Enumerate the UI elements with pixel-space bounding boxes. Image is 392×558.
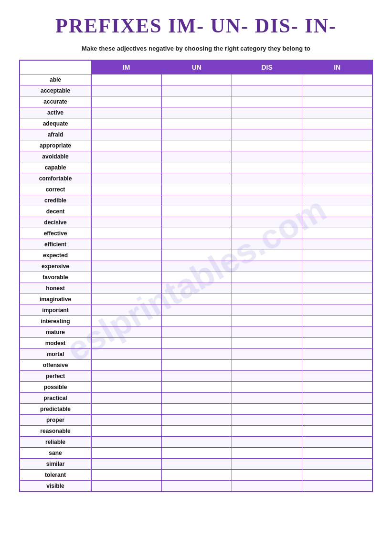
prefix-cell[interactable] bbox=[302, 140, 372, 151]
prefix-cell[interactable] bbox=[161, 140, 232, 151]
prefix-cell[interactable] bbox=[302, 360, 372, 371]
prefix-cell[interactable] bbox=[161, 107, 232, 118]
prefix-cell[interactable] bbox=[161, 206, 232, 217]
prefix-cell[interactable] bbox=[161, 272, 232, 283]
prefix-cell[interactable] bbox=[91, 360, 161, 371]
prefix-cell[interactable] bbox=[91, 217, 161, 228]
prefix-cell[interactable] bbox=[161, 448, 232, 459]
prefix-cell[interactable] bbox=[232, 272, 302, 283]
prefix-cell[interactable] bbox=[302, 217, 372, 228]
prefix-cell[interactable] bbox=[302, 316, 372, 327]
prefix-cell[interactable] bbox=[161, 151, 232, 162]
prefix-cell[interactable] bbox=[232, 349, 302, 360]
prefix-cell[interactable] bbox=[161, 338, 232, 349]
prefix-cell[interactable] bbox=[161, 228, 232, 239]
prefix-cell[interactable] bbox=[232, 371, 302, 382]
prefix-cell[interactable] bbox=[91, 162, 161, 173]
prefix-cell[interactable] bbox=[91, 349, 161, 360]
prefix-cell[interactable] bbox=[232, 426, 302, 437]
prefix-cell[interactable] bbox=[302, 195, 372, 206]
prefix-cell[interactable] bbox=[161, 217, 232, 228]
prefix-cell[interactable] bbox=[232, 437, 302, 448]
prefix-cell[interactable] bbox=[302, 272, 372, 283]
prefix-cell[interactable] bbox=[232, 360, 302, 371]
prefix-cell[interactable] bbox=[161, 283, 232, 294]
prefix-cell[interactable] bbox=[232, 239, 302, 250]
prefix-cell[interactable] bbox=[302, 393, 372, 404]
prefix-cell[interactable] bbox=[232, 228, 302, 239]
prefix-cell[interactable] bbox=[91, 85, 161, 96]
prefix-cell[interactable] bbox=[232, 74, 302, 85]
prefix-cell[interactable] bbox=[302, 228, 372, 239]
prefix-cell[interactable] bbox=[91, 470, 161, 481]
prefix-cell[interactable] bbox=[161, 481, 232, 492]
prefix-cell[interactable] bbox=[161, 195, 232, 206]
prefix-cell[interactable] bbox=[91, 173, 161, 184]
prefix-cell[interactable] bbox=[161, 360, 232, 371]
prefix-cell[interactable] bbox=[161, 470, 232, 481]
prefix-cell[interactable] bbox=[161, 261, 232, 272]
prefix-cell[interactable] bbox=[91, 382, 161, 393]
prefix-cell[interactable] bbox=[161, 382, 232, 393]
prefix-cell[interactable] bbox=[302, 184, 372, 195]
prefix-cell[interactable] bbox=[302, 261, 372, 272]
prefix-cell[interactable] bbox=[91, 294, 161, 305]
prefix-cell[interactable] bbox=[302, 283, 372, 294]
prefix-cell[interactable] bbox=[232, 217, 302, 228]
prefix-cell[interactable] bbox=[302, 349, 372, 360]
prefix-cell[interactable] bbox=[302, 426, 372, 437]
prefix-cell[interactable] bbox=[161, 327, 232, 338]
prefix-cell[interactable] bbox=[302, 250, 372, 261]
prefix-cell[interactable] bbox=[161, 426, 232, 437]
prefix-cell[interactable] bbox=[91, 272, 161, 283]
prefix-cell[interactable] bbox=[232, 305, 302, 316]
prefix-cell[interactable] bbox=[91, 426, 161, 437]
prefix-cell[interactable] bbox=[232, 162, 302, 173]
prefix-cell[interactable] bbox=[232, 250, 302, 261]
prefix-cell[interactable] bbox=[91, 327, 161, 338]
prefix-cell[interactable] bbox=[91, 184, 161, 195]
prefix-cell[interactable] bbox=[161, 184, 232, 195]
prefix-cell[interactable] bbox=[302, 415, 372, 426]
prefix-cell[interactable] bbox=[302, 118, 372, 129]
prefix-cell[interactable] bbox=[302, 151, 372, 162]
prefix-cell[interactable] bbox=[91, 107, 161, 118]
prefix-cell[interactable] bbox=[232, 85, 302, 96]
prefix-cell[interactable] bbox=[232, 118, 302, 129]
prefix-cell[interactable] bbox=[232, 151, 302, 162]
prefix-cell[interactable] bbox=[161, 459, 232, 470]
prefix-cell[interactable] bbox=[91, 437, 161, 448]
prefix-cell[interactable] bbox=[91, 74, 161, 85]
prefix-cell[interactable] bbox=[302, 371, 372, 382]
prefix-cell[interactable] bbox=[91, 448, 161, 459]
prefix-cell[interactable] bbox=[302, 459, 372, 470]
prefix-cell[interactable] bbox=[161, 294, 232, 305]
prefix-cell[interactable] bbox=[302, 173, 372, 184]
prefix-cell[interactable] bbox=[161, 316, 232, 327]
prefix-cell[interactable] bbox=[302, 107, 372, 118]
prefix-cell[interactable] bbox=[91, 261, 161, 272]
prefix-cell[interactable] bbox=[302, 437, 372, 448]
prefix-cell[interactable] bbox=[232, 448, 302, 459]
prefix-cell[interactable] bbox=[232, 415, 302, 426]
prefix-cell[interactable] bbox=[302, 85, 372, 96]
prefix-cell[interactable] bbox=[232, 404, 302, 415]
prefix-cell[interactable] bbox=[161, 129, 232, 140]
prefix-cell[interactable] bbox=[302, 239, 372, 250]
prefix-cell[interactable] bbox=[302, 481, 372, 492]
prefix-cell[interactable] bbox=[232, 283, 302, 294]
prefix-cell[interactable] bbox=[232, 316, 302, 327]
prefix-cell[interactable] bbox=[91, 140, 161, 151]
prefix-cell[interactable] bbox=[232, 382, 302, 393]
prefix-cell[interactable] bbox=[232, 96, 302, 107]
prefix-cell[interactable] bbox=[161, 404, 232, 415]
prefix-cell[interactable] bbox=[91, 129, 161, 140]
prefix-cell[interactable] bbox=[232, 481, 302, 492]
prefix-cell[interactable] bbox=[232, 393, 302, 404]
prefix-cell[interactable] bbox=[302, 74, 372, 85]
prefix-cell[interactable] bbox=[91, 393, 161, 404]
prefix-cell[interactable] bbox=[232, 195, 302, 206]
prefix-cell[interactable] bbox=[302, 470, 372, 481]
prefix-cell[interactable] bbox=[91, 151, 161, 162]
prefix-cell[interactable] bbox=[302, 338, 372, 349]
